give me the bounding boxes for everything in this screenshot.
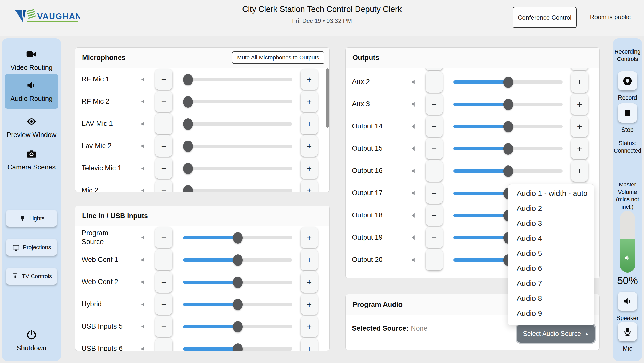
- volume-slider[interactable]: [183, 325, 292, 328]
- dropdown-item[interactable]: Audio 3: [508, 216, 594, 231]
- volume-decrease-button[interactable]: −: [155, 338, 172, 351]
- volume-decrease-button[interactable]: −: [426, 71, 443, 93]
- slider-thumb[interactable]: [233, 299, 243, 310]
- muted-speaker-icon[interactable]: [140, 97, 148, 106]
- volume-increase-button[interactable]: +: [301, 158, 318, 179]
- projections-button[interactable]: Projections: [6, 239, 57, 256]
- slider-thumb[interactable]: [183, 185, 193, 192]
- dropdown-item[interactable]: Audio 1 - width - auto: [508, 186, 594, 201]
- shutdown-button[interactable]: Shutdown: [2, 329, 61, 352]
- muted-speaker-icon[interactable]: [140, 142, 148, 150]
- slider-thumb[interactable]: [503, 143, 513, 155]
- muted-speaker-icon[interactable]: [140, 120, 148, 128]
- volume-decrease-button[interactable]: −: [155, 249, 172, 270]
- muted-speaker-icon[interactable]: [140, 345, 148, 351]
- volume-decrease-button[interactable]: −: [155, 227, 172, 248]
- volume-decrease-button[interactable]: −: [155, 316, 172, 337]
- volume-slider[interactable]: [183, 258, 292, 262]
- slider-thumb[interactable]: [233, 232, 243, 244]
- muted-speaker-icon[interactable]: [410, 167, 419, 175]
- muted-speaker-icon[interactable]: [140, 300, 148, 308]
- volume-slider[interactable]: [453, 147, 563, 150]
- slider-thumb[interactable]: [183, 118, 193, 130]
- slider-thumb[interactable]: [183, 163, 193, 174]
- volume-slider[interactable]: [183, 303, 292, 306]
- volume-increase-button[interactable]: +: [301, 294, 318, 315]
- stop-button[interactable]: [618, 103, 637, 123]
- slider-thumb[interactable]: [183, 96, 193, 108]
- muted-speaker-icon[interactable]: [410, 189, 419, 197]
- volume-slider[interactable]: [183, 347, 292, 351]
- scrollbar-thumb[interactable]: [326, 68, 329, 128]
- slider-thumb[interactable]: [233, 277, 243, 288]
- volume-slider[interactable]: [453, 103, 563, 106]
- muted-speaker-icon[interactable]: [410, 122, 419, 131]
- muted-speaker-icon[interactable]: [140, 164, 148, 172]
- slider-thumb[interactable]: [503, 121, 513, 132]
- record-button[interactable]: [618, 71, 637, 90]
- muted-speaker-icon[interactable]: [140, 256, 148, 264]
- volume-slider[interactable]: [453, 125, 563, 128]
- conference-control-button[interactable]: Conference Control: [513, 7, 577, 28]
- mic-mute-button[interactable]: [618, 322, 637, 341]
- volume-increase-button[interactable]: +: [301, 180, 318, 192]
- master-volume-slider[interactable]: [620, 211, 635, 273]
- volume-decrease-button[interactable]: −: [426, 138, 443, 159]
- volume-decrease-button[interactable]: −: [155, 294, 172, 315]
- volume-decrease-button[interactable]: −: [155, 91, 172, 112]
- volume-decrease-button[interactable]: −: [426, 205, 443, 226]
- volume-decrease-button[interactable]: −: [155, 113, 172, 134]
- muted-speaker-icon[interactable]: [410, 78, 419, 86]
- dropdown-item[interactable]: Audio 8: [508, 291, 594, 306]
- volume-slider[interactable]: [183, 167, 292, 170]
- volume-increase-button[interactable]: +: [301, 113, 318, 134]
- select-audio-source-button[interactable]: Select Audio Source ▲: [517, 324, 595, 343]
- dropdown-item[interactable]: Audio 6: [508, 261, 594, 276]
- volume-increase-button[interactable]: +: [571, 94, 588, 115]
- speaker-mute-button[interactable]: [618, 292, 637, 311]
- sidebar-item-video-routing[interactable]: Video Routing: [2, 49, 61, 72]
- dropdown-item[interactable]: Audio 5: [508, 246, 594, 261]
- volume-decrease-button[interactable]: −: [155, 135, 172, 157]
- muted-speaker-icon[interactable]: [410, 100, 419, 108]
- volume-increase-button[interactable]: +: [301, 227, 318, 248]
- volume-slider[interactable]: [183, 145, 292, 148]
- muted-speaker-icon[interactable]: [140, 75, 148, 84]
- sidebar-item-audio-routing[interactable]: Audio Routing: [2, 80, 61, 103]
- muted-speaker-icon[interactable]: [410, 211, 419, 220]
- tv-controls-button[interactable]: TV Controls: [6, 268, 57, 285]
- volume-increase-button[interactable]: +: [571, 138, 588, 159]
- volume-decrease-button[interactable]: −: [426, 183, 443, 204]
- dropdown-item[interactable]: Audio 9: [508, 306, 594, 321]
- volume-decrease-button[interactable]: −: [426, 160, 443, 182]
- volume-slider[interactable]: [183, 122, 292, 126]
- volume-increase-button[interactable]: +: [571, 160, 588, 182]
- slider-thumb[interactable]: [233, 321, 243, 332]
- slider-thumb[interactable]: [183, 74, 193, 85]
- volume-slider[interactable]: [453, 169, 563, 173]
- volume-slider[interactable]: [183, 189, 292, 192]
- slider-thumb[interactable]: [503, 165, 513, 177]
- volume-decrease-button[interactable]: −: [426, 94, 443, 115]
- sidebar-item-camera-scenes[interactable]: Camera Scenes: [2, 148, 61, 171]
- volume-increase-button[interactable]: +: [571, 71, 588, 93]
- volume-increase-button[interactable]: +: [301, 271, 318, 293]
- volume-slider[interactable]: [183, 236, 292, 239]
- slider-thumb[interactable]: [233, 343, 243, 351]
- slider-thumb[interactable]: [233, 254, 243, 266]
- volume-increase-button[interactable]: +: [301, 338, 318, 351]
- dropdown-item[interactable]: Audio 4: [508, 231, 594, 246]
- volume-decrease-button[interactable]: −: [426, 116, 443, 137]
- volume-increase-button[interactable]: +: [301, 91, 318, 112]
- muted-speaker-icon[interactable]: [410, 145, 419, 153]
- muted-speaker-icon[interactable]: [410, 233, 419, 242]
- volume-decrease-button[interactable]: −: [426, 227, 443, 248]
- muted-speaker-icon[interactable]: [140, 278, 148, 286]
- volume-decrease-button[interactable]: −: [155, 180, 172, 192]
- volume-slider[interactable]: [183, 281, 292, 284]
- volume-slider[interactable]: [183, 78, 292, 81]
- volume-slider[interactable]: [183, 100, 292, 103]
- volume-increase-button[interactable]: +: [571, 116, 588, 137]
- slider-thumb[interactable]: [183, 141, 193, 152]
- volume-slider[interactable]: [453, 80, 563, 84]
